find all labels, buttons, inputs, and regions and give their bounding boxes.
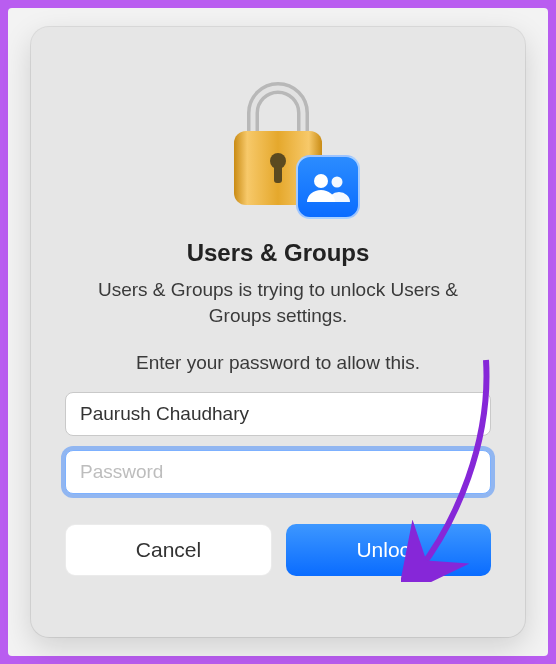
username-field[interactable] [65, 392, 491, 436]
dialog-title: Users & Groups [187, 239, 370, 267]
dialog-icon-group [218, 73, 338, 213]
dialog-subtitle: Users & Groups is trying to unlock Users… [65, 277, 491, 328]
button-row: Cancel Unlock [65, 524, 491, 576]
password-field[interactable] [65, 450, 491, 494]
svg-point-3 [314, 174, 328, 188]
cancel-button[interactable]: Cancel [65, 524, 272, 576]
auth-dialog: Users & Groups Users & Groups is trying … [31, 27, 525, 637]
password-prompt: Enter your password to allow this. [136, 352, 420, 374]
window-backdrop: Users & Groups Users & Groups is trying … [8, 8, 548, 656]
svg-point-4 [332, 177, 343, 188]
unlock-button[interactable]: Unlock [286, 524, 491, 576]
svg-rect-2 [274, 165, 282, 183]
users-groups-icon [296, 155, 360, 219]
